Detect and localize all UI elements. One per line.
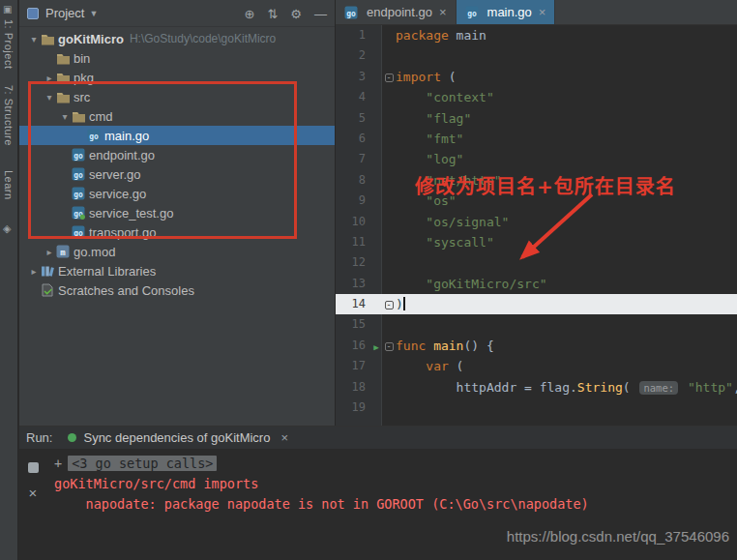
project-panel-title[interactable]: Project xyxy=(45,6,84,20)
chevron-right-icon[interactable]: ▸ xyxy=(43,247,56,257)
line-number[interactable]: 18 xyxy=(336,377,370,398)
code-token: "http" xyxy=(688,380,733,395)
tree-item-scratches-and-consoles[interactable]: Scratches and Consoles xyxy=(19,280,335,300)
line-number[interactable]: 11 xyxy=(336,232,370,252)
run-tab[interactable]: Sync dependencies of goKitMicro × xyxy=(68,430,288,445)
chevron-down-icon[interactable]: ▾ xyxy=(43,92,56,103)
svg-text:go: go xyxy=(74,171,83,180)
code-line[interactable]: 18 httpAddr = flag.String( name: "http", xyxy=(336,377,737,398)
chevron-down-icon[interactable]: ▼ xyxy=(89,9,98,18)
line-number[interactable]: 14 xyxy=(336,294,370,314)
tree-item-service-test-go[interactable]: goservice_test.go xyxy=(19,203,335,222)
tree-item-service-go[interactable]: goservice.go xyxy=(19,184,335,203)
tree-item-src[interactable]: ▾src xyxy=(19,87,335,106)
close-tab-icon[interactable]: × xyxy=(439,5,447,19)
tree-item-server-go[interactable]: goserver.go xyxy=(19,164,335,184)
close-run-tab-icon[interactable]: × xyxy=(280,430,288,445)
chevron-down-icon[interactable]: ▾ xyxy=(27,34,41,44)
code-line[interactable]: 15 xyxy=(336,314,737,335)
code-line[interactable]: 4 "context" xyxy=(336,87,737,107)
run-main-icon[interactable]: ▶ xyxy=(373,342,378,352)
settings-icon[interactable]: ⚙ xyxy=(290,7,302,21)
code-line[interactable]: 3-import ( xyxy=(336,67,737,87)
tree-item-transport-go[interactable]: gotransport.go xyxy=(19,222,335,242)
fold-icon[interactable]: - xyxy=(385,342,394,351)
line-number[interactable]: 8 xyxy=(336,170,370,191)
tree-item-external-libraries[interactable]: ▸External Libraries xyxy=(19,261,335,280)
tool-window-button-7-structure[interactable]: 7: Structure xyxy=(3,85,15,146)
line-number[interactable]: 1 xyxy=(336,25,370,45)
expand-fold-icon[interactable]: + xyxy=(54,456,62,471)
chevron-right-icon[interactable]: ▸ xyxy=(43,73,56,83)
hide-panel-icon[interactable]: — xyxy=(314,7,327,21)
code-token: name: xyxy=(639,381,678,395)
fold-column xyxy=(382,108,396,129)
tree-item-pkg[interactable]: ▸pkg xyxy=(19,68,335,87)
gutter-icon-slot xyxy=(370,108,382,129)
code-token: main xyxy=(433,339,463,353)
stop-icon[interactable] xyxy=(28,462,39,473)
line-number[interactable]: 10 xyxy=(336,212,370,232)
locate-file-icon[interactable]: ⊕ xyxy=(245,7,255,21)
bookmark-tool-icon[interactable]: ◈ xyxy=(3,222,11,235)
tool-window-button-1-project[interactable]: 1: Project xyxy=(3,19,15,69)
code-line[interactable]: 16▶-func main() { xyxy=(336,336,737,356)
line-number[interactable]: 7 xyxy=(336,149,370,169)
code-line[interactable]: 6 "fmt" xyxy=(336,129,737,149)
code-text: "syscall" xyxy=(396,232,737,252)
code-line[interactable]: 11 "syscall" xyxy=(336,232,737,252)
line-number[interactable]: 12 xyxy=(336,252,370,273)
fold-icon[interactable]: - xyxy=(385,74,394,82)
tree-item-gokitmicro[interactable]: ▾goKitMicroH:\GoStudy\code\goKitMicro xyxy=(19,29,335,48)
line-number[interactable]: 16 xyxy=(336,336,370,356)
editor-tab-main-go[interactable]: gomain.go× xyxy=(457,0,556,24)
line-number[interactable]: 3 xyxy=(336,67,370,87)
code-line[interactable]: 13 "goKitMicro/src" xyxy=(336,274,737,294)
line-number[interactable]: 9 xyxy=(336,191,370,211)
collapse-all-icon[interactable]: ⇅ xyxy=(267,7,278,21)
code-area[interactable]: 1package main23-import (4 "context"5 "fl… xyxy=(336,25,737,426)
code-line[interactable]: 9 "os" xyxy=(336,191,737,211)
code-token: "fmt" xyxy=(396,132,463,146)
tool-window-button-learn[interactable]: Learn xyxy=(3,170,15,200)
fold-column xyxy=(382,377,396,398)
code-token: var xyxy=(426,359,448,373)
tree-item-go-mod[interactable]: ▸mgo.mod xyxy=(19,242,335,261)
code-line[interactable]: 14-) xyxy=(336,294,737,314)
tree-item-bin[interactable]: bin xyxy=(19,48,335,68)
line-number[interactable]: 13 xyxy=(336,274,370,294)
code-line[interactable]: 8 "net/http" xyxy=(336,170,737,191)
tree-item-endpoint-go[interactable]: goendpoint.go xyxy=(19,145,335,164)
code-line[interactable]: 1package main xyxy=(336,25,737,45)
close-tab-icon[interactable]: × xyxy=(539,5,546,19)
code-line[interactable]: 5 "flag" xyxy=(336,108,737,129)
code-line[interactable]: 7 "log" xyxy=(336,149,737,169)
chevron-down-icon[interactable]: ▾ xyxy=(58,111,72,122)
line-number[interactable]: 19 xyxy=(336,398,370,418)
folded-console-text[interactable]: <3 go setup calls> xyxy=(68,456,217,471)
tree-item-label: server.go xyxy=(89,167,140,182)
line-number[interactable]: 17 xyxy=(336,356,370,376)
line-number[interactable]: 2 xyxy=(336,45,370,66)
line-number[interactable]: 15 xyxy=(336,314,370,335)
code-token: "log" xyxy=(396,152,463,166)
code-line[interactable]: 10 "os/signal" xyxy=(336,212,737,232)
tree-item-main-go[interactable]: gomain.go xyxy=(19,126,335,145)
close-console-icon[interactable]: × xyxy=(19,485,46,501)
code-line[interactable]: 2 xyxy=(336,45,737,66)
line-number[interactable]: 5 xyxy=(336,108,370,129)
code-line[interactable]: 12 xyxy=(336,252,737,273)
fold-icon[interactable]: - xyxy=(385,301,394,309)
line-number[interactable]: 6 xyxy=(336,129,370,149)
line-number[interactable]: 4 xyxy=(336,87,370,107)
tree-item-cmd[interactable]: ▾cmd xyxy=(19,106,335,126)
console-output[interactable]: +<3 go setup calls>goKitMicro/src/cmd im… xyxy=(54,454,737,515)
gutter-icon-slot: ▶ xyxy=(370,336,382,356)
text-caret xyxy=(403,297,405,310)
code-line[interactable]: 17 var ( xyxy=(336,356,737,376)
gomod-file-icon: m xyxy=(56,245,74,258)
code-line[interactable]: 19 xyxy=(336,398,737,418)
chevron-right-icon[interactable]: ▸ xyxy=(27,266,41,277)
window-menu-icon[interactable]: ▣ xyxy=(3,4,12,15)
editor-tab-endpoint-go[interactable]: goendpoint.go× xyxy=(336,0,457,24)
